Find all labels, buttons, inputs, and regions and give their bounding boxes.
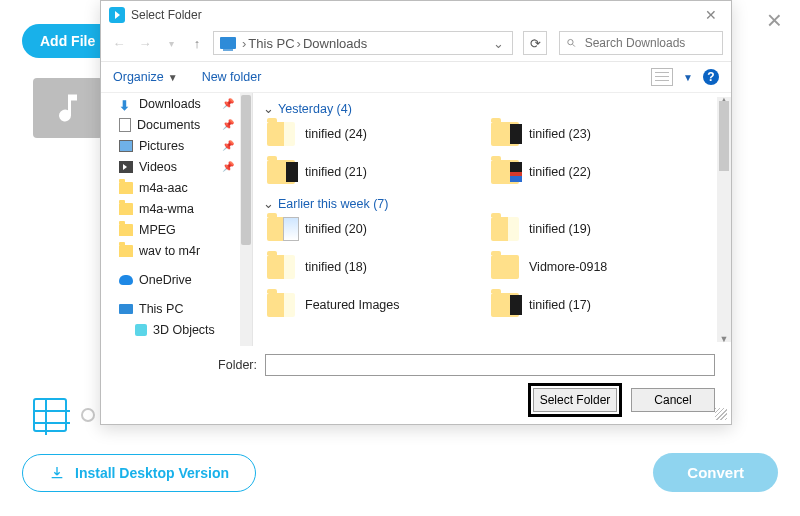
organize-menu[interactable]: Organize▼	[113, 70, 178, 84]
thispc-icon	[220, 37, 236, 49]
folder-icon	[119, 182, 133, 194]
folder-icon	[119, 224, 133, 236]
address-dropdown-icon[interactable]: ⌄	[487, 36, 510, 51]
onedrive-icon	[119, 275, 133, 285]
folder-item[interactable]: tinified (20)	[267, 217, 481, 241]
nav-forward-button[interactable]: →	[135, 33, 155, 53]
folder-thumb-icon	[491, 217, 519, 241]
3d-objects-icon	[135, 324, 147, 336]
dialog-title: Select Folder	[131, 8, 202, 22]
svg-point-0	[568, 39, 573, 44]
folder-thumb-icon	[491, 293, 519, 317]
files-scrollbar[interactable]: ▲ ▼	[717, 97, 731, 342]
search-icon	[566, 37, 577, 49]
pin-icon: 📌	[222, 161, 232, 172]
folder-icon	[119, 245, 133, 257]
help-button[interactable]: ?	[703, 69, 719, 85]
scroll-down-icon[interactable]: ▼	[719, 334, 729, 344]
app-close-icon[interactable]: ×	[767, 5, 782, 36]
nav-up-button[interactable]: ↑	[187, 33, 207, 53]
scroll-thumb[interactable]	[241, 95, 251, 245]
document-icon	[119, 118, 131, 132]
tree-item[interactable]: Videos📌	[101, 156, 252, 177]
tree-item[interactable]: wav to m4r	[101, 240, 252, 261]
tree-item[interactable]: 3D Objects	[101, 319, 252, 340]
refresh-button[interactable]: ⟳	[523, 31, 547, 55]
folder-icon	[119, 203, 133, 215]
resize-grip-icon[interactable]	[715, 408, 727, 420]
pin-icon: 📌	[222, 98, 232, 109]
add-file-button[interactable]: Add File	[22, 24, 111, 58]
folder-thumb-icon	[491, 122, 519, 146]
address-bar[interactable]: › This PC › Downloads ⌄	[213, 31, 513, 55]
chevron-right-icon: ›	[297, 36, 301, 51]
view-options-button[interactable]	[651, 68, 673, 86]
select-folder-dialog: Select Folder ✕ ← → ▾ ↑ › This PC › Down…	[100, 0, 732, 425]
tree-item-thispc[interactable]: This PC	[101, 298, 252, 319]
chevron-right-icon: ›	[242, 36, 246, 51]
chevron-down-icon[interactable]: ▼	[683, 72, 693, 83]
folder-item[interactable]: tinified (18)	[267, 255, 481, 279]
tree-item[interactable]: Pictures📌	[101, 135, 252, 156]
folder-item[interactable]: tinified (22)	[491, 160, 705, 184]
new-folder-button[interactable]: New folder	[202, 70, 262, 84]
tree-scrollbar[interactable]	[240, 93, 252, 346]
folder-item[interactable]: tinified (21)	[267, 160, 481, 184]
scroll-thumb[interactable]	[719, 101, 729, 171]
pictures-icon	[119, 140, 133, 152]
breadcrumb-current[interactable]: Downloads	[303, 36, 367, 51]
folder-label: Folder:	[117, 358, 257, 372]
folder-thumb-icon	[491, 160, 519, 184]
thispc-icon	[119, 304, 133, 314]
chevron-down-icon: ▼	[168, 72, 178, 83]
pin-icon: 📌	[222, 140, 232, 151]
breadcrumb-root[interactable]: This PC	[248, 36, 294, 51]
cancel-button[interactable]: Cancel	[631, 388, 715, 412]
file-list[interactable]: ⌄Yesterday (4)tinified (24)tinified (23)…	[253, 93, 731, 346]
tree-item[interactable]: m4a-wma	[101, 198, 252, 219]
desktop-icon	[135, 346, 149, 347]
tree-item[interactable]: m4a-aac	[101, 177, 252, 198]
download-icon: ⬇	[119, 98, 133, 110]
folder-thumb-icon	[267, 122, 295, 146]
tree-item[interactable]: Documents📌	[101, 114, 252, 135]
folder-thumb-icon	[267, 160, 295, 184]
folder-item[interactable]: tinified (24)	[267, 122, 481, 146]
folder-thumb-icon	[267, 217, 295, 241]
tree-item[interactable]: Desktop	[101, 340, 252, 346]
folder-thumb-icon	[491, 255, 519, 279]
chevron-down-icon: ⌄	[263, 196, 274, 211]
folder-thumb-icon	[267, 293, 295, 317]
folder-item[interactable]: tinified (17)	[491, 293, 705, 317]
music-note-icon	[50, 90, 86, 126]
tree-item-onedrive[interactable]: OneDrive	[101, 269, 252, 290]
install-label: Install Desktop Version	[75, 465, 229, 481]
nav-tree[interactable]: ⬇Downloads📌Documents📌Pictures📌Videos📌m4a…	[101, 93, 253, 346]
folder-item[interactable]: tinified (23)	[491, 122, 705, 146]
nav-back-button[interactable]: ←	[109, 33, 129, 53]
search-input[interactable]	[583, 35, 716, 51]
folder-input[interactable]	[265, 354, 715, 376]
install-desktop-button[interactable]: Install Desktop Version	[22, 454, 256, 492]
nav-recent-chevron-icon[interactable]: ▾	[161, 33, 181, 53]
audio-preview-thumb	[33, 78, 103, 138]
pin-icon: 📌	[222, 119, 232, 130]
folder-item[interactable]: Featured Images	[267, 293, 481, 317]
select-folder-button[interactable]: Select Folder	[533, 388, 617, 412]
folder-item[interactable]: tinified (19)	[491, 217, 705, 241]
video-format-icon[interactable]	[33, 398, 67, 432]
app-logo-icon	[109, 7, 125, 23]
videos-icon	[119, 161, 133, 173]
download-icon	[49, 465, 65, 481]
folder-item[interactable]: Vidmore-0918	[491, 255, 705, 279]
search-box[interactable]	[559, 31, 723, 55]
folder-thumb-icon	[267, 255, 295, 279]
convert-button[interactable]: Convert	[653, 453, 778, 492]
chevron-down-icon: ⌄	[263, 101, 274, 116]
dialog-close-button[interactable]: ✕	[699, 5, 723, 25]
tree-item[interactable]: MPEG	[101, 219, 252, 240]
tree-item[interactable]: ⬇Downloads📌	[101, 93, 252, 114]
